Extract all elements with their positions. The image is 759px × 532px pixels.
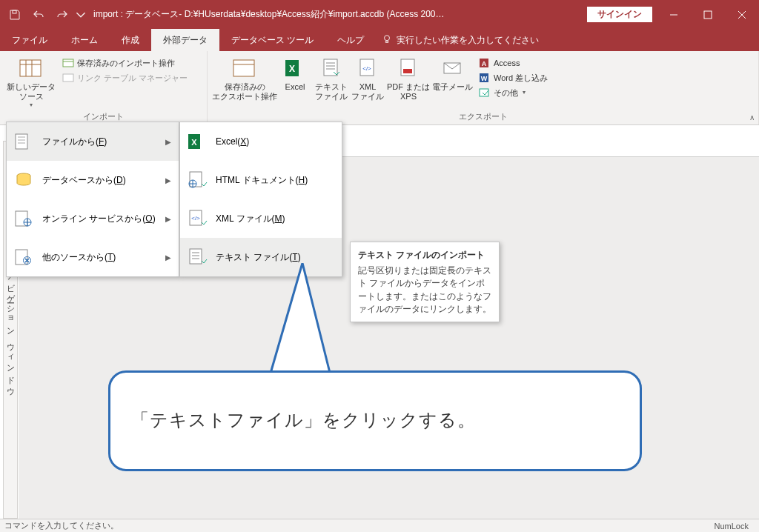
submenu-arrow-icon: ▶ <box>165 138 171 146</box>
online-service-icon <box>13 207 35 230</box>
menu-from-file[interactable]: ファイルから(F) ▶ <box>7 122 179 161</box>
submenu-xml-label: XML ファイル(M) <box>216 213 334 225</box>
export-text-l2: ファイル <box>315 92 348 102</box>
menu-from-online[interactable]: オンライン サービスから(O) ▶ <box>7 199 179 238</box>
export-word-label: Word 差し込み <box>494 73 548 83</box>
svg-text:</>: </> <box>362 65 371 72</box>
submenu-arrow-icon: ▶ <box>165 176 171 184</box>
export-pdf-l2: XPS <box>400 92 417 102</box>
excel-icon: X <box>282 56 308 81</box>
menu-from-other[interactable]: 他のソースから(T) ▶ <box>7 238 179 276</box>
new-data-source-icon <box>19 56 44 81</box>
tooltip: テキスト ファイルのインポート 記号区切りまたは固定長のテキスト ファイルからデ… <box>350 242 500 322</box>
export-xml-button[interactable]: </> XML ファイル <box>350 54 385 102</box>
saved-import-label: 保存済みのインポート操作 <box>77 58 175 68</box>
export-text-l1: テキスト <box>315 82 348 92</box>
database-icon <box>13 169 35 191</box>
submenu-xml[interactable]: </> XML ファイル(M) <box>180 199 342 238</box>
undo-icon[interactable] <box>28 4 49 25</box>
menu-from-database[interactable]: データベースから(D) ▶ <box>7 161 179 199</box>
excel-icon: X <box>186 130 208 153</box>
close-button[interactable] <box>725 0 759 29</box>
svg-rect-32 <box>190 249 202 264</box>
callout-text: 「テキストファイル」をクリックする。 <box>131 408 476 432</box>
tab-db-tools[interactable]: データベース ツール <box>219 29 325 51</box>
svg-rect-22 <box>16 211 27 226</box>
svg-rect-19 <box>480 89 488 96</box>
menu-from-file-label: ファイルから(F) <box>42 136 158 148</box>
svg-rect-5 <box>63 74 73 82</box>
submenu-excel[interactable]: X Excel(X) <box>180 122 342 161</box>
ribbon-tabs: ファイル ホーム 作成 外部データ データベース ツール ヘルプ 実行したい作業… <box>0 29 759 51</box>
more-icon <box>479 87 491 99</box>
menu-from-database-label: データベースから(D) <box>42 174 158 187</box>
svg-point-2 <box>385 35 390 40</box>
signin-button[interactable]: サインイン <box>587 7 652 22</box>
new-data-source-menu: ファイルから(F) ▶ データベースから(D) ▶ オンライン サービスから(O… <box>6 122 179 277</box>
xml-file-icon: </> <box>186 207 208 230</box>
instruction-callout: 「テキストファイル」をクリックする。 <box>108 370 642 471</box>
svg-marker-33 <box>270 263 331 376</box>
export-excel-button[interactable]: X Excel <box>277 54 313 92</box>
export-xml-l2: ファイル <box>351 92 384 102</box>
svg-rect-1 <box>704 11 712 19</box>
minimize-button[interactable] <box>657 0 691 29</box>
word-icon: W <box>479 72 491 84</box>
maximize-button[interactable] <box>691 0 725 29</box>
tab-help[interactable]: ヘルプ <box>325 29 376 51</box>
svg-text:X: X <box>191 138 197 147</box>
tab-home[interactable]: ホーム <box>59 29 110 51</box>
from-file-submenu: X Excel(X) HTML ドキュメント(H) </> XML ファイル(M… <box>179 122 342 277</box>
export-email-button[interactable]: 電子メール <box>431 54 473 92</box>
saved-export-l2: エクスポート操作 <box>212 92 277 102</box>
ribbon: 新しいデータ ソース ▾ 保存済みのインポート操作 リンク テーブル マネージャ… <box>0 51 759 125</box>
svg-text:A: A <box>482 60 487 67</box>
text-file-icon <box>319 56 344 81</box>
export-text-button[interactable]: テキスト ファイル <box>313 54 350 102</box>
submenu-text-label: テキスト ファイル(T) <box>216 251 334 264</box>
svg-rect-20 <box>16 134 27 149</box>
navigation-pane-label: ナビゲーション ウィンドウ <box>5 267 16 393</box>
pdf-icon <box>396 56 421 81</box>
linked-table-icon <box>62 72 74 84</box>
export-pdf-button[interactable]: PDF または XPS <box>385 54 431 102</box>
email-icon <box>440 56 465 81</box>
submenu-html[interactable]: HTML ドキュメント(H) <box>180 161 342 199</box>
saved-import-button[interactable]: 保存済みのインポート操作 <box>59 56 190 70</box>
collapse-ribbon-icon[interactable]: ∧ <box>749 113 755 122</box>
export-word-merge-button[interactable]: W Word 差し込み <box>476 70 551 85</box>
qat-more-icon[interactable] <box>76 4 86 25</box>
svg-rect-28 <box>190 172 202 187</box>
export-access-label: Access <box>494 58 520 68</box>
new-data-source-button[interactable]: 新しいデータ ソース ▾ <box>4 54 58 109</box>
svg-rect-13 <box>403 69 412 73</box>
tooltip-title: テキスト ファイルのインポート <box>358 248 491 262</box>
text-file-icon <box>186 246 208 268</box>
export-xml-l1: XML <box>359 82 377 92</box>
tab-external-data[interactable]: 外部データ <box>151 29 219 51</box>
export-more-label: その他 <box>494 87 518 98</box>
tab-create[interactable]: 作成 <box>110 29 151 51</box>
tell-me[interactable]: 実行したい作業を入力してください <box>376 29 545 51</box>
saved-export-icon <box>232 56 257 81</box>
linked-table-label: リンク テーブル マネージャー <box>77 73 188 83</box>
menu-from-online-label: オンライン サービスから(O) <box>42 213 158 225</box>
submenu-html-label: HTML ドキュメント(H) <box>216 174 334 187</box>
redo-icon[interactable] <box>52 4 73 25</box>
saved-export-button[interactable]: 保存済みの エクスポート操作 <box>212 54 277 102</box>
new-data-source-label: 新しいデータ ソース <box>4 82 58 102</box>
file-folder-icon <box>13 130 35 153</box>
status-bar: コマンドを入力してください。 NumLock <box>0 519 759 532</box>
saved-export-l1: 保存済みの <box>225 82 265 92</box>
status-left: コマンドを入力してください。 <box>4 520 119 531</box>
save-icon[interactable] <box>4 4 25 25</box>
export-email-label: 電子メール <box>432 82 473 92</box>
tab-file[interactable]: ファイル <box>0 29 59 51</box>
export-access-button[interactable]: A Access <box>476 56 551 70</box>
callout-tail <box>268 263 342 382</box>
export-more-button[interactable]: その他 ▾ <box>476 85 551 100</box>
status-numlock: NumLock <box>715 522 749 531</box>
svg-rect-3 <box>20 60 41 76</box>
menu-from-other-label: 他のソースから(T) <box>42 251 158 264</box>
title-bar: import : データベース- D:¥HUserdata¥desktop¥Ac… <box>0 0 759 29</box>
